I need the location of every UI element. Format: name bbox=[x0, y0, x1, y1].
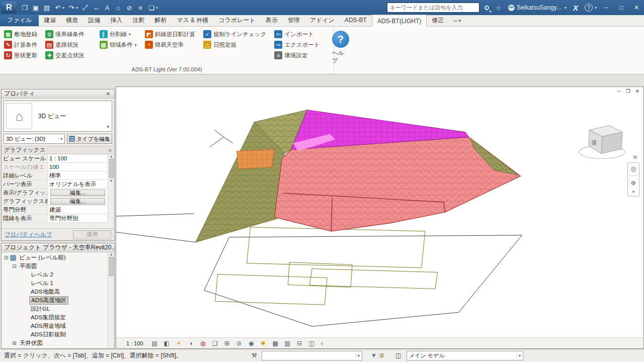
scroll-up-icon[interactable]: ▲ bbox=[110, 154, 113, 158]
tab-architecture[interactable]: 建築 bbox=[39, 15, 61, 26]
tab-annotate[interactable]: 注釈 bbox=[127, 15, 149, 26]
reveal-constraints-icon[interactable]: ⊟ bbox=[296, 340, 303, 347]
properties-close-icon[interactable]: ✕ bbox=[105, 91, 112, 97]
tree-ceiling-plans[interactable]: ⊞ 天井伏図 bbox=[2, 339, 108, 347]
expander-icon[interactable]: ⊟ bbox=[12, 263, 17, 269]
worksharing-display-icon[interactable]: ◫ bbox=[308, 340, 315, 347]
road-line[interactable] bbox=[224, 137, 233, 143]
section-collapse-chevron[interactable]: ∧ bbox=[108, 148, 112, 153]
help-icon[interactable]: ? bbox=[585, 4, 593, 12]
help-button[interactable]: ? ヘルプ bbox=[332, 30, 349, 64]
property-value[interactable]: 100 bbox=[48, 163, 108, 171]
navbar-expand-chevron[interactable]: ▾ bbox=[632, 190, 634, 194]
search-input[interactable] bbox=[387, 5, 479, 11]
vcb-overflow-chevron[interactable]: ‹ bbox=[321, 340, 323, 347]
tree-label[interactable]: ADS日影規制 bbox=[29, 331, 67, 338]
view-minimize-button[interactable]: ─ bbox=[617, 88, 621, 94]
edit-type-button[interactable]: ◫ タイプを編集 bbox=[67, 134, 112, 144]
tab-ads-bt[interactable]: ADS-BT bbox=[340, 15, 372, 26]
worksets-chevron[interactable]: ▾ bbox=[356, 353, 360, 358]
ribbon-button-shape-update[interactable]: ↻ 形状更新 bbox=[4, 51, 37, 59]
edit-button[interactable]: 編集... bbox=[50, 190, 105, 196]
tree-label[interactable]: レベル 2 bbox=[29, 271, 55, 279]
ribbon-button-import[interactable]: ⇦ インポート bbox=[274, 30, 319, 38]
tree-label[interactable]: ADS地盤高 bbox=[29, 288, 61, 296]
filter-icon[interactable]: ▼ bbox=[371, 352, 377, 359]
design-options-icon[interactable]: ◫ bbox=[395, 352, 401, 359]
scrollbar-thumb[interactable] bbox=[109, 257, 114, 276]
temporary-hide-isolate-icon[interactable]: ◉ bbox=[248, 340, 255, 347]
graphics-section-header[interactable]: グラフィックス ∧ bbox=[2, 146, 114, 154]
favorites-star-icon[interactable]: ☆ bbox=[493, 4, 504, 12]
properties-scrollbar[interactable]: ▲ ▼ bbox=[108, 154, 114, 223]
apply-button[interactable]: 適用 bbox=[73, 230, 111, 239]
building-footprints[interactable] bbox=[215, 227, 438, 305]
rendering-dialog-icon[interactable]: ◍ bbox=[199, 340, 207, 347]
tab-view[interactable]: 表示 bbox=[261, 15, 283, 26]
site-outline[interactable] bbox=[204, 235, 522, 326]
search-go-icon[interactable] bbox=[485, 6, 489, 10]
tree-root-views[interactable]: ⊟ ビュー (レベル順) bbox=[2, 253, 108, 262]
ribbon-button-boundary-conditions[interactable]: ≣ 境界線条件 bbox=[45, 30, 85, 38]
maximize-button[interactable]: □ bbox=[614, 0, 629, 15]
road-line[interactable] bbox=[116, 214, 194, 216]
print-icon[interactable]: ▤ bbox=[41, 2, 52, 14]
road-line[interactable] bbox=[210, 130, 224, 147]
measure-icon[interactable]: ⤢ bbox=[79, 2, 91, 14]
view-cube[interactable]: 後 bbox=[579, 126, 625, 159]
dropdown-chevron-icon[interactable]: ▾ bbox=[129, 32, 131, 37]
tab-modify[interactable]: 修正 bbox=[427, 15, 449, 26]
3d-scene[interactable]: 後 bbox=[116, 87, 643, 337]
scroll-up-icon[interactable]: ▲ bbox=[110, 252, 113, 256]
tab-systems[interactable]: 設備 bbox=[83, 15, 105, 26]
road-line[interactable] bbox=[116, 232, 196, 242]
property-value[interactable]: 標準 bbox=[48, 171, 108, 179]
default-3d-view-icon[interactable]: ⌂ bbox=[113, 2, 124, 14]
tree-label[interactable]: レベル 1 bbox=[29, 280, 55, 287]
tree-item-ads-height-district[interactable]: ADS高度地区 bbox=[2, 296, 108, 305]
ribbon-button-sunshine-ruler[interactable]: △ 日照定規 bbox=[203, 41, 266, 49]
ribbon-button-road-status[interactable]: ▤ 道路状況 bbox=[45, 41, 85, 49]
ribbon-display-toggle[interactable]: ▭ ▾ bbox=[449, 15, 464, 26]
qat-customize-icon[interactable]: ▾ bbox=[154, 2, 159, 14]
property-value[interactable]: 建築 bbox=[48, 206, 108, 214]
tab-structure[interactable]: 構造 bbox=[61, 15, 83, 26]
browser-scrollbar[interactable]: ▲ bbox=[108, 252, 114, 348]
detail-level-icon[interactable]: ▤ bbox=[151, 340, 158, 347]
tab-collaborate[interactable]: コラボレート bbox=[213, 15, 260, 26]
help-menu-chevron[interactable]: ▾ bbox=[593, 6, 599, 10]
tab-manage[interactable]: 管理 bbox=[283, 15, 305, 26]
tree-item-ads-zoning[interactable]: ADS用途地域 bbox=[2, 322, 108, 330]
tree-label[interactable]: 天井伏図 bbox=[18, 339, 44, 347]
property-value[interactable]: オリジナルを表示 bbox=[48, 180, 108, 188]
worksets-icon[interactable]: ⚒ bbox=[252, 352, 257, 359]
tree-item-ads-ground-height[interactable]: ADS地盤高 bbox=[2, 288, 108, 296]
footprint[interactable] bbox=[247, 227, 425, 268]
dimension-icon[interactable]: ↔ bbox=[91, 2, 102, 14]
tab-addins[interactable]: アドイン bbox=[305, 15, 340, 26]
tab-insert[interactable]: 挿入 bbox=[105, 15, 127, 26]
tree-item-design-gl[interactable]: 設計GL bbox=[2, 305, 108, 313]
ribbon-button-regulation-line-check[interactable]: ✓ 規制ラインチェック bbox=[203, 30, 266, 38]
open-icon[interactable]: ❒ bbox=[19, 2, 30, 14]
navbar-close-icon[interactable]: ⊗ bbox=[633, 154, 637, 160]
tree-item-ads-group-regulation[interactable]: ADS集団規定 bbox=[2, 313, 108, 322]
view-filter-combo[interactable]: 3D ビュー: {3D} ▾ bbox=[4, 134, 65, 144]
user-name[interactable]: SeikatsuSangy... bbox=[517, 4, 561, 11]
close-button[interactable]: ✕ bbox=[629, 0, 644, 15]
property-value[interactable]: 1 : 100 bbox=[48, 154, 108, 162]
tree-label[interactable]: ADS集団規定 bbox=[29, 314, 67, 321]
tree-item-level-2[interactable]: レベル 2 bbox=[2, 270, 108, 279]
footprint[interactable] bbox=[288, 262, 352, 288]
section-icon[interactable]: ⊘ bbox=[124, 2, 135, 14]
tree-floor-plans[interactable]: ⊟ 平面図 bbox=[2, 262, 108, 270]
design-options-chevron[interactable]: ▾ bbox=[517, 353, 521, 358]
reveal-hidden-elements-icon[interactable]: ✹ bbox=[260, 340, 267, 347]
tab-file[interactable]: ファイル bbox=[0, 15, 39, 26]
view-combo-chevron[interactable]: ▾ bbox=[58, 137, 62, 141]
tab-ads-bt-light[interactable]: ADS-BT(LIGHT) bbox=[372, 15, 427, 27]
exchange-apps-icon[interactable]: X bbox=[573, 4, 578, 12]
ribbon-button-site-register[interactable]: ▦ 敷地登録 bbox=[4, 30, 37, 38]
view-restore-button[interactable]: ❐ bbox=[626, 88, 630, 94]
3d-analysis-model[interactable] bbox=[196, 110, 521, 242]
